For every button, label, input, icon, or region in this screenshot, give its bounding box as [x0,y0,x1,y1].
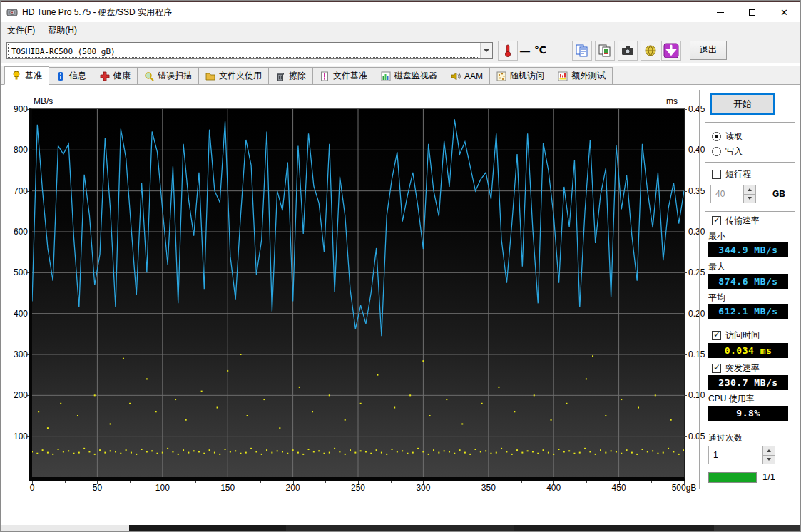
extra-tests-icon [558,71,568,81]
axis-tick-label: 150 [205,483,250,493]
spin-down-icon[interactable] [744,195,755,203]
axis-tick-label: 800 [2,145,28,155]
axis-tick-label [97,481,98,484]
axis-tick-label: 100 [2,431,28,441]
axis-tick-label [26,395,29,396]
radio-icon[interactable] [712,132,721,141]
axis-tick-label [26,314,29,314]
tab-error-scan[interactable]: 错误扫描 [137,67,199,84]
axis-tick-label [684,109,687,110]
axis-tick-label: 400 [531,483,576,493]
axis-tick-label: 250 [335,483,381,493]
axis-tick-label: 500 [2,267,28,277]
tab-erase[interactable]: 擦除 [268,67,313,84]
write-radio[interactable]: 写入 [712,145,743,158]
download-arrow-icon [663,43,679,58]
minimize-button[interactable] [704,2,736,22]
axis-tick-label [684,481,685,484]
start-button[interactable]: 开始 [710,93,775,115]
disk-monitor-icon [381,71,391,81]
web-icon [643,44,658,58]
tab-aam[interactable]: AAM [444,67,490,84]
short-stroke-checkbox[interactable]: 短行程 [712,168,751,180]
spin-down-icon[interactable] [763,456,775,464]
checkbox-icon[interactable] [712,170,721,179]
axis-tick-label: 300 [2,349,28,359]
axis-tick-label [26,436,29,437]
axis-tick-label [684,191,687,192]
tab-folder-usage[interactable]: 文件夹使用 [198,67,269,84]
spin-up-icon[interactable] [744,185,755,195]
copy-image-button[interactable] [595,41,615,61]
axis-tick-label: 100 [140,483,185,493]
progress-label: 1/1 [762,471,775,482]
checkbox-icon[interactable] [712,216,721,225]
spin-up-icon[interactable] [763,446,775,456]
axis-tick-label [456,481,456,483]
web-button[interactable] [641,41,660,61]
checkbox-icon[interactable] [712,331,721,340]
copy-text-icon [575,44,589,58]
axis-tick-label [32,481,33,484]
copy-text-button[interactable] [572,41,592,61]
tab-health[interactable]: 健康 [93,67,138,84]
info-icon [56,71,66,81]
divider [705,211,795,213]
tab-disk-monitor[interactable]: 磁盘监视器 [374,67,444,84]
axis-tick-label [521,481,522,483]
file-benchmark-icon [320,71,330,81]
maximize-button[interactable] [736,2,768,22]
temperature-unit: ℃ [534,44,546,56]
radio-icon[interactable] [712,147,721,156]
axis-tick-label [391,481,392,483]
min-value: 344.9 MB/s [708,242,788,257]
thermometer-icon [501,44,514,58]
menu-help[interactable]: 帮助(H) [41,22,83,39]
erase-icon [275,71,285,81]
read-radio[interactable]: 读取 [712,131,743,143]
tab-file-benchmark[interactable]: 文件基准 [312,67,374,84]
exit-button[interactable]: 退出 [690,41,727,60]
drive-select[interactable]: TOSHIBA-RC500 (500 gB) [6,42,493,59]
axis-tick-label: 700 [2,186,28,196]
pass-count-label: 通过次数 [708,432,743,444]
avg-label: 平均 [708,292,725,304]
drive-select-value: TOSHIBA-RC500 (500 gB) [8,44,479,58]
tab-info[interactable]: 信息 [49,67,93,84]
checkbox-icon[interactable] [712,364,721,373]
access-time-value: 0.034 ms [708,343,788,358]
progress-bar [708,472,757,483]
axis-tick-label: 350 [466,483,511,493]
benchmark-icon [11,71,21,81]
y-right-unit: ms [666,96,678,106]
axis-tick-label [26,150,29,150]
tab-benchmark[interactable]: 基准 [4,66,49,85]
menu-bar: 文件(F) 帮助(H) [1,22,800,38]
temperature-button[interactable] [498,41,518,61]
axis-tick-label [684,272,687,273]
axis-tick-label [684,150,687,150]
axis-tick-label [325,481,326,483]
axis-tick-label [26,191,29,192]
burst-rate-value: 230.7 MB/s [708,375,788,390]
access-time-checkbox[interactable]: 访问时间 [712,329,760,342]
health-icon [100,71,110,81]
toolbar: TOSHIBA-RC500 (500 gB) — ℃ [1,38,800,63]
tab-extra-tests[interactable]: 额外测试 [551,67,613,84]
tab-random-access[interactable]: 随机访问 [489,67,551,84]
burst-rate-checkbox[interactable]: 突发速率 [712,362,760,374]
aam-icon [451,71,461,81]
transfer-rate-checkbox[interactable]: 传输速率 [712,215,760,227]
menu-file[interactable]: 文件(F) [1,22,41,39]
chevron-down-icon[interactable] [480,43,492,58]
screenshot-button[interactable] [618,41,638,61]
title-bar: HD Tune Pro 5.75 - 硬盘/SSD 实用程序 ✕ [1,2,800,22]
update-download-button[interactable] [661,41,681,61]
pass-count-spinner[interactable]: 1 [708,446,775,464]
close-button[interactable]: ✕ [768,2,800,22]
axis-tick-label [684,436,687,437]
capacity-spinner[interactable]: 40 [710,185,756,203]
axis-tick-label [228,481,228,484]
axis-tick-label [684,314,687,314]
hd-tune-window: HD Tune Pro 5.75 - 硬盘/SSD 实用程序 ✕ 文件(F) 帮… [0,0,801,532]
